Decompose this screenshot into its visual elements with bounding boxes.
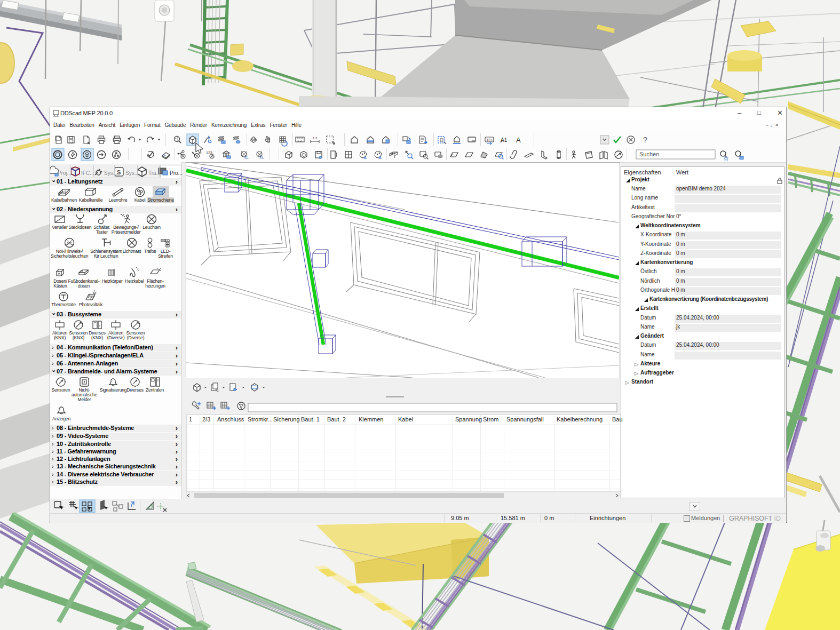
svg-text:Suchen: Suchen — [639, 151, 659, 157]
